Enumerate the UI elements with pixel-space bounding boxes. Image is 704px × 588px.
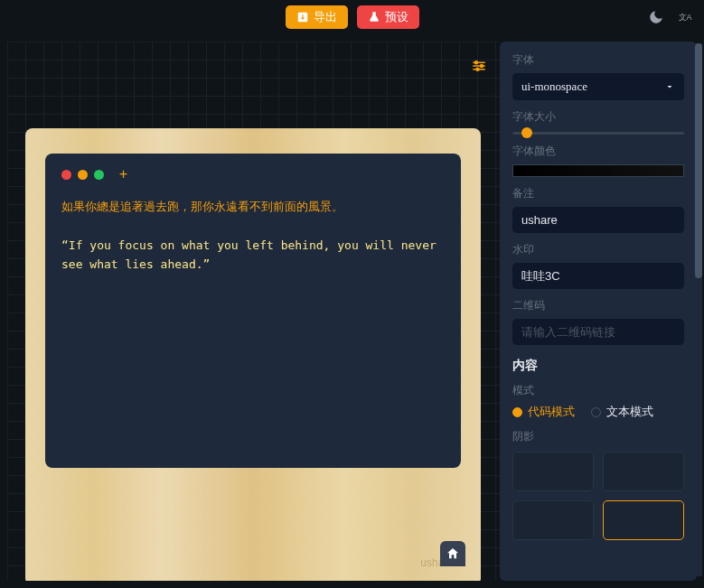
home-icon [446, 546, 460, 561]
theme-toggle[interactable] [648, 9, 664, 25]
svg-point-6 [476, 68, 479, 70]
svg-point-4 [475, 61, 478, 64]
svg-text:文A: 文A [679, 13, 692, 22]
close-dot [61, 170, 71, 180]
shadow-option-1[interactable] [512, 452, 594, 491]
add-tab-icon[interactable]: + [119, 166, 127, 182]
export-icon [296, 11, 309, 23]
maximize-dot [94, 170, 104, 180]
note-input[interactable] [512, 207, 684, 233]
radio-dot-on [512, 407, 522, 417]
note-label: 备注 [512, 186, 684, 201]
scrollbar[interactable] [695, 43, 702, 576]
font-select[interactable]: ui-monospace [512, 73, 684, 100]
radio-dot-off [591, 407, 601, 417]
settings-sidebar: 字体 ui-monospace 字体大小 字体颜色 备注 水印 二维码 内容 模… [500, 42, 697, 581]
settings-toggle-icon[interactable] [471, 60, 487, 76]
shadow-option-4[interactable] [603, 500, 684, 540]
export-button[interactable]: 导出 [286, 5, 348, 29]
canvas-area: + 如果你總是追著過去跑，那你永遠看不到前面的風景。 “If you focus… [7, 42, 500, 581]
slider-thumb[interactable] [521, 127, 532, 138]
fontsize-slider[interactable] [512, 132, 684, 135]
shadow-option-3[interactable] [512, 500, 594, 540]
window-controls: + [61, 166, 445, 182]
watermark-input[interactable] [512, 263, 684, 289]
moon-icon [648, 9, 664, 25]
font-value: ui-monospace [521, 79, 587, 94]
mode-label: 模式 [512, 383, 684, 398]
fontcolor-picker[interactable] [512, 164, 684, 177]
export-label: 导出 [314, 9, 337, 25]
shadow-option-2[interactable] [603, 452, 684, 491]
qrcode-label: 二维码 [512, 298, 684, 313]
chevron-down-icon [664, 81, 675, 92]
mode-code-label: 代码模式 [528, 404, 575, 420]
home-button[interactable] [440, 541, 465, 566]
qrcode-input[interactable] [512, 319, 684, 345]
watermark-label: 水印 [512, 242, 684, 257]
mode-text-label: 文本模式 [606, 404, 653, 420]
shadow-label: 阴影 [512, 429, 684, 444]
content-title: 内容 [512, 358, 684, 374]
code-window: + 如果你總是追著過去跑，那你永遠看不到前面的風景。 “If you focus… [45, 154, 461, 468]
language-toggle[interactable]: 文A [677, 9, 693, 25]
code-line-2[interactable]: “If you focus on what you left behind, y… [61, 237, 445, 275]
mode-code-radio[interactable]: 代码模式 [512, 404, 575, 420]
topbar: 导出 预设 文A [0, 0, 704, 34]
minimize-dot [78, 170, 88, 180]
language-icon: 文A [677, 9, 693, 25]
fontcolor-label: 字体颜色 [512, 144, 684, 159]
code-line-1[interactable]: 如果你總是追著過去跑，那你永遠看不到前面的風景。 [61, 199, 445, 215]
flask-icon [368, 11, 380, 23]
mode-text-radio[interactable]: 文本模式 [591, 404, 653, 420]
font-label: 字体 [512, 52, 684, 68]
scrollbar-thumb[interactable] [695, 43, 702, 278]
preset-button[interactable]: 预设 [357, 5, 419, 29]
preview-card: + 如果你總是追著過去跑，那你永遠看不到前面的風景。 “If you focus… [25, 128, 481, 581]
fontsize-label: 字体大小 [512, 109, 684, 125]
svg-point-5 [481, 65, 483, 68]
preset-label: 预设 [385, 9, 408, 25]
